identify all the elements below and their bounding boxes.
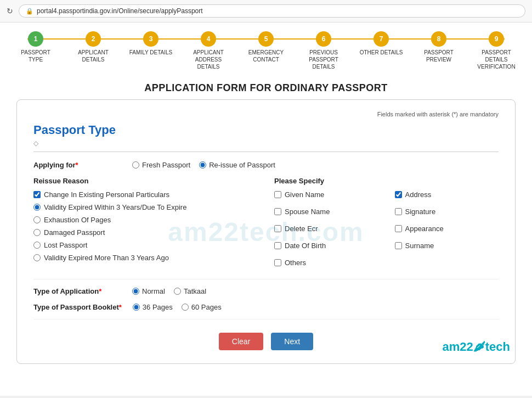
step-circle-4: 4 bbox=[201, 31, 216, 47]
applying-for-options: Fresh Passport Re-issue of Passport bbox=[132, 161, 275, 169]
stepper: 1 PASSPORT TYPE 2 APPLICANT DETAILS 3 FA… bbox=[0, 23, 532, 75]
reissue-option-4[interactable]: Lost Passport bbox=[33, 241, 258, 249]
specify-option-spouse-name[interactable]: Spouse Name bbox=[274, 208, 378, 216]
60pages-option[interactable]: 60 Pages bbox=[182, 303, 222, 311]
branding-text-after: tech bbox=[485, 340, 510, 354]
specify-label-others: Others bbox=[285, 259, 306, 267]
fresh-passport-option[interactable]: Fresh Passport bbox=[132, 161, 190, 169]
normal-label: Normal bbox=[142, 287, 165, 295]
reissue-option-0[interactable]: Change In Existing Personal Particulars bbox=[33, 190, 258, 199]
specify-option-dob[interactable]: Date Of Birth bbox=[274, 242, 378, 250]
step-circle-3: 3 bbox=[143, 31, 159, 47]
step-label-6: PREVIOUS PASSPORT DETAILS bbox=[302, 49, 346, 70]
reissue-option-1[interactable]: Validity Expired Within 3 Years/Due To E… bbox=[33, 203, 258, 211]
fresh-passport-radio[interactable] bbox=[132, 161, 139, 169]
reissue-option-3[interactable]: Damaged Passport bbox=[33, 228, 258, 237]
reissue-option-2[interactable]: Exhaustion Of Pages bbox=[33, 216, 258, 224]
specify-label-surname: Surname bbox=[405, 242, 434, 250]
reissue-label-1: Validity Expired Within 3 Years/Due To E… bbox=[44, 203, 186, 211]
specify-checkbox-address[interactable] bbox=[395, 191, 402, 198]
step-circle-6: 6 bbox=[316, 31, 331, 47]
specify-option-address[interactable]: Address bbox=[395, 190, 499, 199]
step-7[interactable]: 7 OTHER DETAILS bbox=[356, 31, 406, 56]
page: 1 PASSPORT TYPE 2 APPLICANT DETAILS 3 FA… bbox=[0, 23, 532, 396]
step-circle-9: 9 bbox=[489, 31, 504, 47]
step-label-8: PASSPORT PREVIEW bbox=[417, 49, 461, 63]
step-2[interactable]: 2 APPLICANT DETAILS bbox=[69, 31, 118, 63]
specify-option-delete-ecr[interactable]: Delete Ecr bbox=[274, 225, 378, 233]
tatkaal-radio[interactable] bbox=[174, 288, 181, 295]
step-circle-1: 1 bbox=[28, 31, 43, 47]
specify-option-appearance[interactable]: Appearance bbox=[395, 225, 499, 233]
step-4[interactable]: 4 APPLICANT ADDRESS DETAILS bbox=[184, 31, 233, 70]
section-divider bbox=[33, 152, 499, 152]
60pages-label: 60 Pages bbox=[191, 303, 222, 311]
applying-for-row: Applying for* Fresh Passport Re-issue of… bbox=[33, 161, 499, 169]
clear-button[interactable]: Clear bbox=[219, 333, 263, 350]
reissue-label-4: Lost Passport bbox=[44, 241, 88, 249]
diamond-icon: ◇ bbox=[33, 139, 499, 147]
reissue-reason-title: Reissue Reason bbox=[33, 177, 258, 185]
form-container: Fields marked with asterisk (*) are mand… bbox=[16, 99, 516, 364]
browser-bar: ↻ 🔒 portal4.passportindia.gov.in/Online/… bbox=[0, 0, 532, 23]
reissue-passport-option[interactable]: Re-issue of Passport bbox=[199, 161, 275, 169]
reissue-radio-3[interactable] bbox=[33, 229, 41, 236]
branding: am22🌶tech bbox=[442, 340, 510, 354]
specify-label-given-name: Given Name bbox=[285, 190, 324, 199]
step-8[interactable]: 8 PASSPORT PREVIEW bbox=[414, 31, 463, 63]
step-label-3: FAMILY DETAILS bbox=[129, 49, 172, 56]
60pages-radio[interactable] bbox=[182, 304, 189, 311]
step-5[interactable]: 5 EMERGENCY CONTACT bbox=[241, 31, 291, 63]
reissue-radio-5[interactable] bbox=[33, 254, 41, 261]
specify-checkbox-given-name[interactable] bbox=[274, 191, 281, 198]
branding-text-before: am22 bbox=[442, 340, 473, 354]
step-label-2: APPLICANT DETAILS bbox=[71, 49, 115, 63]
specify-option-others[interactable]: Others bbox=[274, 259, 378, 267]
reissue-checkbox-0[interactable] bbox=[33, 191, 41, 198]
reissue-label-5: Validity Expired More Than 3 Years Ago bbox=[44, 254, 169, 262]
step-3[interactable]: 3 FAMILY DETAILS bbox=[126, 31, 176, 56]
branding-emoji: 🌶 bbox=[473, 340, 485, 354]
specify-checkbox-spouse-name[interactable] bbox=[274, 208, 281, 215]
reissue-label-0: Change In Existing Personal Particulars bbox=[44, 190, 169, 199]
specify-checkbox-delete-ecr[interactable] bbox=[274, 225, 281, 232]
url-text: portal4.passportindia.gov.in/Online/secu… bbox=[37, 7, 203, 15]
36pages-option[interactable]: 36 Pages bbox=[133, 303, 173, 311]
tatkaal-label: Tatkaal bbox=[184, 287, 206, 295]
refresh-icon[interactable]: ↻ bbox=[7, 7, 13, 15]
step-1[interactable]: 1 PASSPORT TYPE bbox=[11, 31, 60, 63]
section-sep-2 bbox=[33, 319, 499, 319]
type-of-application-row: Type of Application* Normal Tatkaal bbox=[33, 287, 499, 295]
reissue-radio-2[interactable] bbox=[33, 216, 41, 223]
step-label-7: OTHER DETAILS bbox=[360, 49, 403, 56]
specify-checkbox-surname[interactable] bbox=[395, 242, 402, 249]
step-6[interactable]: 6 PREVIOUS PASSPORT DETAILS bbox=[299, 31, 348, 70]
specify-option-surname[interactable]: Surname bbox=[395, 242, 499, 250]
specify-option-given-name[interactable]: Given Name bbox=[274, 190, 378, 199]
step-label-5: EMERGENCY CONTACT bbox=[244, 49, 288, 63]
next-button[interactable]: Next bbox=[271, 333, 313, 350]
step-9[interactable]: 9 PASSPORT DETAILS VERIFICATION bbox=[472, 31, 521, 70]
type-of-booklet-label: Type of Passport Booklet* bbox=[33, 303, 122, 311]
specify-checkbox-others[interactable] bbox=[274, 259, 281, 266]
reissue-passport-radio[interactable] bbox=[199, 161, 206, 169]
step-circle-7: 7 bbox=[373, 31, 389, 47]
reissue-radio-1[interactable] bbox=[33, 204, 41, 211]
step-label-1: PASSPORT TYPE bbox=[14, 49, 58, 63]
specify-checkbox-dob[interactable] bbox=[274, 242, 281, 249]
normal-radio[interactable] bbox=[132, 288, 139, 295]
specify-checkbox-appearance[interactable] bbox=[395, 225, 402, 232]
type-of-booklet-options: 36 Pages 60 Pages bbox=[133, 303, 222, 311]
section-sep-1 bbox=[33, 279, 499, 279]
36pages-radio[interactable] bbox=[133, 304, 140, 311]
specify-checkbox-signature[interactable] bbox=[395, 208, 402, 215]
type-of-application-options: Normal Tatkaal bbox=[132, 287, 206, 295]
reissue-option-5[interactable]: Validity Expired More Than 3 Years Ago bbox=[33, 254, 258, 262]
tatkaal-option[interactable]: Tatkaal bbox=[174, 287, 206, 295]
address-bar: 🔒 portal4.passportindia.gov.in/Online/se… bbox=[19, 4, 525, 18]
step-label-9: PASSPORT DETAILS VERIFICATION bbox=[474, 49, 518, 70]
normal-option[interactable]: Normal bbox=[132, 287, 165, 295]
specify-option-signature[interactable]: Signature bbox=[395, 208, 499, 216]
specify-label-signature: Signature bbox=[405, 208, 436, 216]
reissue-radio-4[interactable] bbox=[33, 242, 41, 249]
